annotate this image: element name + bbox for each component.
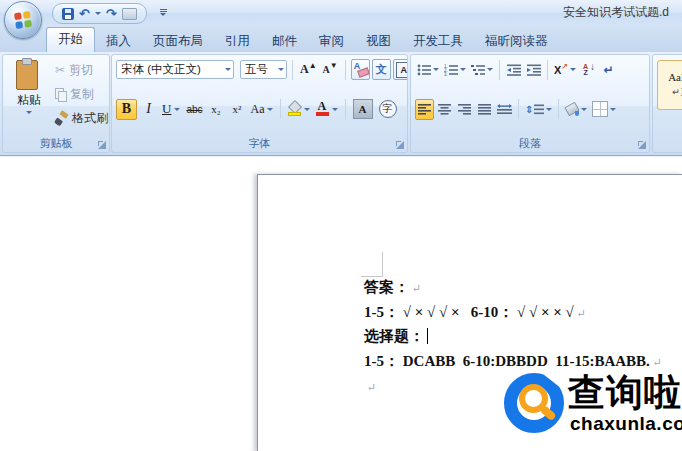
borders-button[interactable] [590, 99, 618, 120]
chevron-down-icon [174, 108, 180, 111]
decrease-indent-button[interactable] [504, 59, 523, 80]
justify-icon [478, 104, 491, 115]
chevron-down-icon [278, 68, 284, 71]
print-preview-icon[interactable] [122, 8, 137, 20]
group-font: 宋体 (中文正文) 五号 A▲ A▼ [111, 54, 408, 153]
undo-dropdown-icon[interactable] [95, 12, 101, 15]
quick-style-normal[interactable]: AaBb ↵正 [657, 60, 682, 110]
word-window: ↶ ↷ 安全知识考试试题.d 开始 插入 页面布局 引用 邮件 审阅 视图 开发… [0, 0, 682, 451]
paragraph-group-label: 段落 [411, 134, 649, 152]
numbering-button[interactable]: 1.2.3. [442, 59, 468, 80]
italic-button[interactable]: I [139, 99, 158, 120]
font-name-combobox[interactable]: 宋体 (中文正文) [116, 60, 234, 79]
underline-button[interactable]: U [160, 99, 182, 120]
clear-formatting-button[interactable] [351, 59, 370, 80]
tab-page-layout[interactable]: 页面布局 [142, 30, 214, 52]
increase-indent-button[interactable] [524, 59, 543, 80]
margin-crop-mark [361, 252, 383, 277]
sort-icon: A Z [583, 64, 594, 76]
character-border-button[interactable]: A [393, 59, 408, 80]
justify-button[interactable] [475, 99, 494, 120]
character-shading-icon: A [353, 99, 373, 119]
bullets-icon [417, 64, 431, 76]
format-painter-icon [55, 112, 68, 125]
asian-layout-button[interactable]: X↗ [552, 59, 578, 80]
cut-button[interactable]: ✂ 剪切 [55, 58, 109, 82]
line-spacing-icon: ⇕ [525, 104, 544, 115]
save-icon[interactable] [62, 8, 74, 20]
office-button[interactable] [4, 1, 42, 39]
format-painter-button[interactable]: 格式刷 [55, 106, 109, 130]
sort-button[interactable]: A Z [579, 59, 598, 80]
document-page[interactable]: 答案：↵ 1-5： √ × √ √ × 6-10： √ √ × × √↵ 选择题… [257, 174, 682, 451]
font-dialog-launcher-icon[interactable] [396, 141, 404, 149]
chevron-down-icon [332, 108, 338, 111]
font-color-button[interactable]: A [314, 99, 340, 120]
title-bar: ↶ ↷ 安全知识考试试题.d [0, 0, 682, 26]
character-border-icon: A [396, 62, 408, 78]
align-right-button[interactable] [455, 99, 474, 120]
clipboard-dialog-launcher-icon[interactable] [98, 141, 106, 149]
paste-button[interactable]: 粘贴 [6, 56, 52, 132]
watermark-logo: 查询啦 chaxunla.com [504, 373, 682, 434]
tab-review[interactable]: 审阅 [308, 30, 355, 52]
show-hide-marks-button[interactable]: ↵ [599, 59, 618, 80]
quick-access-toolbar: ↶ ↷ [52, 3, 147, 24]
doc-line-truefalse-answers: 1-5： √ × √ √ × 6-10： √ √ × × √↵ [364, 300, 662, 325]
chevron-down-icon [570, 68, 576, 71]
borders-icon [592, 101, 608, 117]
subscript-button[interactable]: x₂ [207, 99, 226, 120]
copy-button[interactable]: 复制 [55, 82, 109, 106]
paragraph-dialog-launcher-icon[interactable] [638, 141, 646, 149]
tab-home[interactable]: 开始 [46, 27, 95, 52]
paragraph-mark: ↵ [577, 307, 586, 319]
enclose-characters-button[interactable]: 字 [377, 99, 399, 120]
enclose-characters-icon: 字 [379, 100, 397, 118]
align-left-button[interactable] [415, 99, 434, 120]
tab-insert[interactable]: 插入 [95, 30, 142, 52]
decrease-indent-icon [507, 64, 521, 76]
doc-line-choice-answers: 1-5： DCABB 6-10:DBBDD 11-15:BAABB.↵ [364, 349, 662, 374]
group-paragraph: 1.2.3. [410, 54, 650, 153]
logo-magnifier-icon [504, 373, 564, 433]
phonetic-guide-button[interactable]: 文 [372, 59, 391, 80]
distribute-button[interactable] [495, 99, 514, 120]
change-case-button[interactable]: Aa [249, 99, 275, 120]
multilevel-list-button[interactable] [469, 59, 495, 80]
tab-foxit-reader[interactable]: 福昕阅读器 [474, 30, 559, 52]
shading-button[interactable] [563, 99, 589, 120]
line-spacing-button[interactable]: ⇕ [523, 99, 554, 120]
superscript-button[interactable]: x² [228, 99, 247, 120]
text-highlight-button[interactable] [286, 99, 312, 120]
shrink-font-button[interactable]: A▼ [321, 59, 340, 80]
chevron-down-icon [581, 108, 587, 111]
undo-icon[interactable]: ↶ [79, 7, 90, 20]
customize-qat-icon[interactable] [158, 6, 168, 19]
group-styles: AaBb ↵正 [652, 54, 682, 153]
tab-mailings[interactable]: 邮件 [261, 30, 308, 52]
chevron-down-icon [225, 68, 231, 71]
tab-developer[interactable]: 开发工具 [402, 30, 474, 52]
tab-references[interactable]: 引用 [214, 30, 261, 52]
tab-view[interactable]: 视图 [355, 30, 402, 52]
font-color-icon: A [316, 101, 330, 117]
align-right-icon [458, 104, 471, 115]
chevron-down-icon [460, 68, 466, 71]
character-shading-button[interactable]: A [351, 99, 375, 120]
text-cursor [427, 328, 428, 344]
grow-font-button[interactable]: A▲ [298, 59, 319, 80]
bullets-button[interactable] [415, 59, 441, 80]
chevron-down-icon [304, 108, 310, 111]
redo-icon[interactable]: ↷ [106, 7, 117, 20]
font-size-combobox[interactable]: 五号 [240, 60, 287, 79]
group-clipboard: 粘贴 ✂ 剪切 复制 格式刷 [2, 54, 110, 153]
chevron-down-icon [433, 68, 439, 71]
doc-line-answers-heading: 答案：↵ [364, 275, 662, 300]
paragraph-mark: ↵ [653, 356, 662, 368]
align-center-button[interactable] [435, 99, 454, 120]
strikethrough-button[interactable]: abc [184, 99, 204, 120]
paste-dropdown-icon[interactable] [26, 111, 32, 114]
watermark-brand: 查询啦 [568, 373, 682, 413]
multilevel-list-icon [471, 64, 485, 76]
bold-button[interactable]: B [116, 99, 137, 120]
